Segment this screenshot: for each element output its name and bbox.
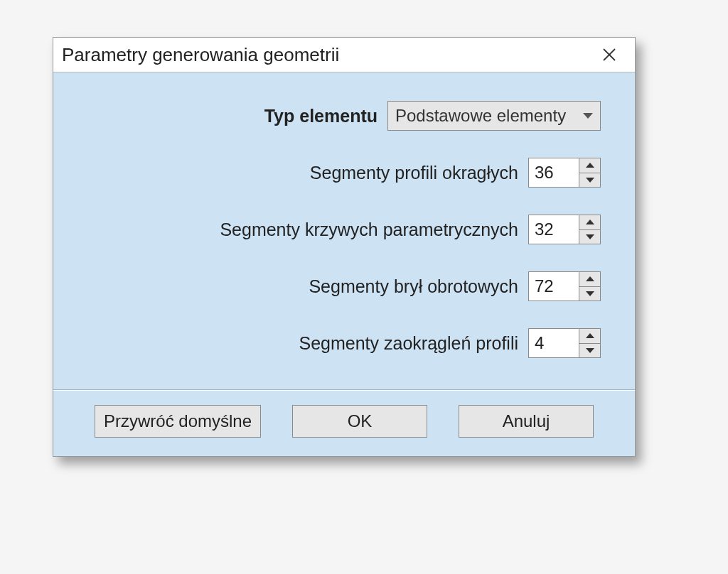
- profile-fillet-segments-input[interactable]: [528, 328, 579, 358]
- parametric-curve-segments-spinner: [528, 215, 601, 244]
- arrow-up-icon: [586, 163, 594, 168]
- parametric-curve-segments-row: Segmenty krzywych parametrycznych: [87, 215, 601, 244]
- cancel-button[interactable]: Anuluj: [459, 405, 594, 438]
- rotational-solid-segments-spinner: [528, 271, 601, 301]
- arrow-up-icon: [586, 220, 594, 224]
- close-icon: [602, 48, 616, 62]
- element-type-row: Typ elementu Podstawowe elementy: [87, 101, 601, 131]
- spin-up-button[interactable]: [579, 158, 600, 173]
- spin-down-button[interactable]: [579, 173, 600, 188]
- element-type-dropdown[interactable]: Podstawowe elementy: [387, 101, 601, 131]
- dialog-title: Parametry generowania geometrii: [62, 44, 339, 66]
- rotational-solid-segments-label: Segmenty brył obrotowych: [309, 276, 518, 297]
- spin-up-button[interactable]: [579, 329, 600, 344]
- circular-profile-segments-spinner: [528, 158, 601, 188]
- profile-fillet-segments-label: Segmenty zaokrągleń profili: [299, 333, 519, 354]
- circular-profile-segments-row: Segmenty profili okragłych: [87, 158, 601, 188]
- spin-down-button[interactable]: [579, 344, 600, 358]
- arrow-down-icon: [586, 178, 594, 183]
- element-type-label: Typ elementu: [264, 106, 378, 126]
- dialog-footer: Przywróć domyślne OK Anuluj: [53, 390, 635, 456]
- spin-down-button[interactable]: [579, 287, 600, 301]
- spin-down-button[interactable]: [579, 230, 600, 244]
- spinner-buttons: [579, 328, 601, 358]
- arrow-down-icon: [586, 348, 594, 353]
- parametric-curve-segments-input[interactable]: [528, 215, 579, 244]
- arrow-up-icon: [586, 333, 594, 338]
- close-button[interactable]: [594, 42, 625, 67]
- dialog-content: Typ elementu Podstawowe elementy Segment…: [53, 72, 635, 389]
- spinner-buttons: [579, 158, 601, 188]
- ok-button[interactable]: OK: [292, 405, 427, 438]
- rotational-solid-segments-row: Segmenty brył obrotowych: [87, 271, 601, 301]
- arrow-up-icon: [586, 276, 594, 281]
- arrow-down-icon: [586, 291, 594, 296]
- spin-up-button[interactable]: [579, 272, 600, 287]
- chevron-down-icon: [583, 113, 593, 119]
- geometry-params-dialog: Parametry generowania geometrii Typ elem…: [53, 37, 636, 457]
- restore-defaults-button[interactable]: Przywróć domyślne: [95, 405, 261, 438]
- rotational-solid-segments-input[interactable]: [528, 271, 579, 301]
- titlebar: Parametry generowania geometrii: [53, 38, 635, 72]
- spin-up-button[interactable]: [579, 215, 600, 230]
- arrow-down-icon: [586, 234, 594, 239]
- profile-fillet-segments-row: Segmenty zaokrągleń profili: [87, 328, 601, 358]
- profile-fillet-segments-spinner: [528, 328, 601, 358]
- element-type-value: Podstawowe elementy: [395, 106, 566, 126]
- spinner-buttons: [579, 271, 601, 301]
- spinner-buttons: [579, 215, 601, 244]
- parametric-curve-segments-label: Segmenty krzywych parametrycznych: [220, 220, 518, 240]
- circular-profile-segments-label: Segmenty profili okragłych: [310, 163, 518, 183]
- circular-profile-segments-input[interactable]: [528, 158, 579, 188]
